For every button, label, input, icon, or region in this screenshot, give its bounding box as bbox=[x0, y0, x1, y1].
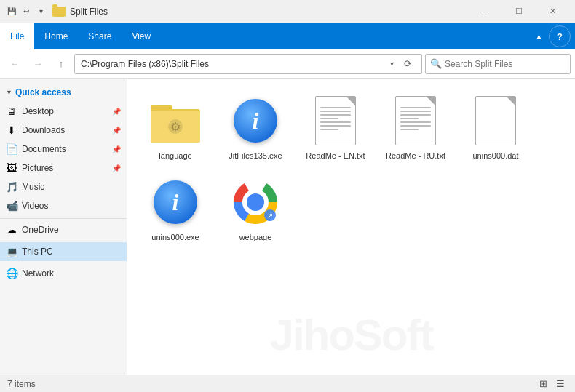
file-label-unins-exe: unins000.exe bbox=[151, 233, 199, 241]
tab-view[interactable]: View bbox=[122, 23, 161, 49]
nav-bar: ← → ↑ ▾ ⟳ 🔍 bbox=[0, 49, 575, 79]
desktop-icon: 🖥 bbox=[6, 105, 17, 117]
file-item-unins-exe[interactable]: i unins000.exe bbox=[139, 172, 212, 246]
refresh-icon[interactable]: ⟳ bbox=[400, 56, 416, 72]
chrome-icon-webpage: ↗ bbox=[229, 176, 282, 228]
sidebar-section-network: 🌐 Network bbox=[0, 264, 127, 283]
svg-point-7 bbox=[247, 193, 264, 211]
sidebar-item-downloads[interactable]: ⬇ Downloads 📌 bbox=[0, 121, 127, 140]
svg-text:⚙: ⚙ bbox=[170, 121, 181, 133]
file-item-jitfiles[interactable]: i JitFiles135.exe bbox=[219, 90, 292, 164]
sidebar-section-quick-access: ▼ Quick access 🖥 Desktop 📌 ⬇ Downloads 📌… bbox=[0, 83, 127, 215]
downloads-icon: ⬇ bbox=[6, 124, 17, 136]
sidebar-section-this-pc: 💻 This PC bbox=[0, 242, 127, 261]
file-item-unins-dat[interactable]: unins000.dat bbox=[459, 90, 532, 164]
exe-icon-jitfiles: i bbox=[229, 95, 282, 147]
close-button[interactable]: ✕ bbox=[536, 0, 569, 23]
view-buttons: ⊞ ☰ bbox=[536, 377, 568, 391]
window-title: Split Files bbox=[70, 7, 469, 17]
file-label-readme-en: ReadMe - EN.txt bbox=[306, 151, 365, 160]
watermark: JihoSoft bbox=[270, 310, 433, 360]
details-view-button[interactable]: ☰ bbox=[553, 377, 568, 391]
file-item-readme-ru[interactable]: ReadMe - RU.txt bbox=[379, 90, 452, 164]
folder-icon-language: ⚙ bbox=[149, 95, 202, 147]
search-bar[interactable]: 🔍 bbox=[425, 54, 571, 74]
file-item-readme-en[interactable]: ReadMe - EN.txt bbox=[299, 90, 372, 164]
folder-icon bbox=[52, 7, 66, 17]
sidebar-item-videos[interactable]: 📹 Videos bbox=[0, 196, 127, 215]
address-dropdown-icon[interactable]: ▾ bbox=[384, 56, 400, 72]
sidebar-header-quick-access[interactable]: ▼ Quick access bbox=[0, 83, 127, 102]
sidebar-item-this-pc[interactable]: 💻 This PC bbox=[0, 242, 127, 261]
sidebar-item-onedrive[interactable]: ☁ OneDrive bbox=[0, 220, 127, 239]
address-bar[interactable]: ▾ ⟳ bbox=[74, 54, 422, 74]
sidebar-divider bbox=[0, 218, 127, 219]
main-area: ▼ Quick access 🖥 Desktop 📌 ⬇ Downloads 📌… bbox=[0, 79, 575, 375]
txt-icon-en bbox=[309, 95, 362, 147]
list-view-button[interactable]: ⊞ bbox=[536, 377, 550, 391]
dropdown-icon[interactable]: ▾ bbox=[35, 6, 47, 17]
txt-icon-ru bbox=[389, 95, 442, 147]
file-item-language[interactable]: ⚙ language bbox=[139, 90, 212, 164]
onedrive-icon: ☁ bbox=[6, 224, 17, 236]
search-icon: 🔍 bbox=[430, 58, 442, 69]
file-label-jitfiles: JitFiles135.exe bbox=[229, 151, 282, 160]
videos-icon: 📹 bbox=[6, 200, 17, 212]
music-icon: 🎵 bbox=[6, 181, 17, 193]
tab-share[interactable]: Share bbox=[78, 23, 122, 49]
quick-access-chevron: ▼ bbox=[6, 89, 12, 96]
address-input[interactable] bbox=[81, 59, 384, 69]
sidebar-item-network[interactable]: 🌐 Network bbox=[0, 264, 127, 283]
sidebar-section-onedrive: ☁ OneDrive bbox=[0, 220, 127, 239]
svg-text:↗: ↗ bbox=[267, 212, 273, 220]
item-count: 7 items bbox=[7, 379, 36, 389]
ribbon-collapse-icon[interactable]: ▲ bbox=[535, 32, 543, 41]
computer-icon: 💻 bbox=[6, 246, 17, 257]
sidebar-item-desktop[interactable]: 🖥 Desktop 📌 bbox=[0, 102, 127, 121]
search-input[interactable] bbox=[445, 59, 566, 69]
file-label-readme-ru: ReadMe - RU.txt bbox=[386, 151, 445, 160]
documents-icon: 📄 bbox=[6, 143, 17, 155]
sidebar-item-music[interactable]: 🎵 Music bbox=[0, 177, 127, 196]
status-bar: 7 items ⊞ ☰ bbox=[0, 375, 575, 392]
undo-icon[interactable]: ↩ bbox=[20, 6, 32, 17]
pin-icon: 📌 bbox=[112, 108, 121, 116]
file-label-language: language bbox=[159, 151, 191, 160]
forward-button[interactable]: → bbox=[28, 54, 48, 74]
minimize-button[interactable]: ─ bbox=[469, 0, 502, 23]
title-bar: 💾 ↩ ▾ Split Files ─ ☐ ✕ bbox=[0, 0, 575, 23]
maximize-button[interactable]: ☐ bbox=[502, 0, 536, 23]
sidebar-item-pictures[interactable]: 🖼 Pictures 📌 bbox=[0, 159, 127, 177]
pin-icon: 📌 bbox=[112, 164, 121, 172]
help-button[interactable]: ? bbox=[549, 25, 571, 47]
network-icon: 🌐 bbox=[6, 268, 17, 279]
sidebar: ▼ Quick access 🖥 Desktop 📌 ⬇ Downloads 📌… bbox=[0, 79, 127, 375]
tab-file[interactable]: File bbox=[0, 23, 34, 49]
file-label-unins-dat: unins000.dat bbox=[473, 151, 519, 160]
file-area: JihoSoft ⚙ language i JitFiles135.exe bbox=[127, 79, 575, 375]
save-icon[interactable]: 💾 bbox=[6, 6, 17, 17]
pictures-icon: 🖼 bbox=[6, 162, 17, 174]
window-controls: ─ ☐ ✕ bbox=[469, 0, 569, 23]
file-item-webpage[interactable]: ↗ webpage bbox=[219, 172, 292, 246]
file-label-webpage: webpage bbox=[239, 233, 272, 241]
quick-access-label: Quick access bbox=[15, 87, 71, 97]
info-icon-unins: i bbox=[154, 180, 197, 224]
back-button[interactable]: ← bbox=[4, 54, 25, 74]
up-button[interactable]: ↑ bbox=[51, 54, 71, 74]
pin-icon: 📌 bbox=[112, 145, 121, 153]
sidebar-item-documents[interactable]: 📄 Documents 📌 bbox=[0, 140, 127, 159]
ribbon: File Home Share View ▲ ? bbox=[0, 23, 575, 49]
tab-home[interactable]: Home bbox=[34, 23, 78, 49]
title-bar-quick-access: 💾 ↩ ▾ bbox=[6, 6, 47, 17]
exe-icon-unins: i bbox=[149, 176, 202, 228]
pin-icon: 📌 bbox=[112, 127, 121, 135]
info-icon: i bbox=[234, 99, 277, 143]
dat-icon bbox=[469, 95, 522, 147]
